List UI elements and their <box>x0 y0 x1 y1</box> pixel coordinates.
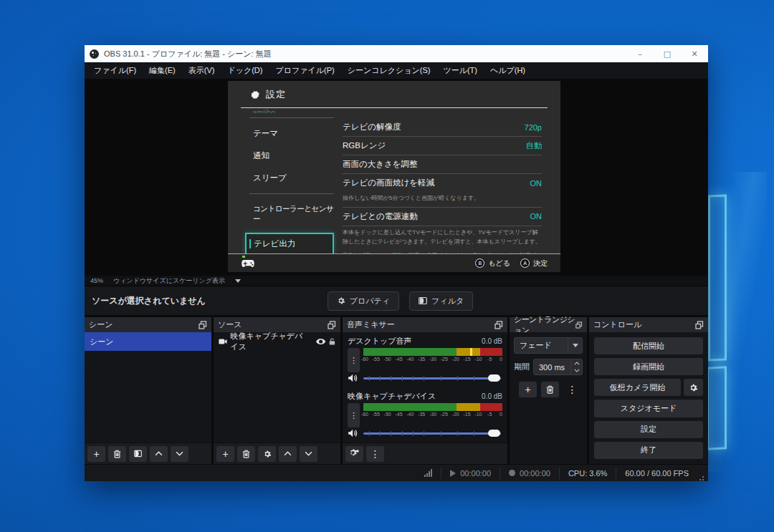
menu-tools[interactable]: ツール(T) <box>436 62 484 79</box>
trash-icon <box>242 450 250 458</box>
resize-grip[interactable] <box>699 474 706 481</box>
settings-button[interactable]: 設定 <box>594 421 703 438</box>
sidebar-item-theme[interactable]: テーマ <box>249 122 334 145</box>
lock-icon[interactable] <box>329 337 335 346</box>
move-scene-up-button[interactable] <box>150 446 168 462</box>
minimize-button[interactable]: – <box>626 45 654 62</box>
spin-up-button[interactable] <box>571 359 582 367</box>
virtual-camera-settings-button[interactable] <box>684 379 703 396</box>
menu-edit[interactable]: 編集(E) <box>143 62 182 79</box>
float-dock-icon[interactable] <box>494 321 503 329</box>
menu-view[interactable]: 表示(V) <box>182 62 221 79</box>
remove-transition-button[interactable] <box>541 382 559 397</box>
menu-help[interactable]: ヘルプ(H) <box>484 62 532 79</box>
source-properties-button[interactable] <box>258 446 276 462</box>
advanced-audio-properties-button[interactable] <box>345 446 363 462</box>
source-list-item[interactable]: 映像キャプチャデバイス <box>214 332 340 351</box>
move-source-down-button[interactable] <box>300 446 317 462</box>
menu-file[interactable]: ファイル(F) <box>87 62 143 79</box>
float-dock-icon[interactable] <box>199 321 207 329</box>
channel-menu-button[interactable]: ⋮ <box>348 403 360 427</box>
close-button[interactable]: ✕ <box>681 45 708 62</box>
speaker-icon[interactable] <box>348 429 359 437</box>
float-dock-icon[interactable] <box>575 321 583 329</box>
controls-dock: コントロール 配信開始 録画開始 仮想カメラ開始 スタジオモード 設定 終了 <box>589 317 708 464</box>
setting-row-tv-power-link[interactable]: テレビとの電源連動 ON <box>343 208 542 226</box>
transitions-dock-header[interactable]: シーントランジション <box>510 317 587 332</box>
studio-mode-button[interactable]: スタジオモード <box>594 400 703 417</box>
setting-row-resolution[interactable]: テレビの解像度 720p <box>343 118 542 136</box>
visibility-eye-icon[interactable] <box>316 338 325 345</box>
add-transition-button[interactable]: + <box>519 382 537 397</box>
stream-icon <box>450 470 456 477</box>
start-recording-button[interactable]: 録画開始 <box>594 358 703 375</box>
sidebar-item-notifications[interactable]: 通知 <box>249 145 334 167</box>
volume-meter <box>363 403 502 411</box>
camera-icon <box>219 338 227 345</box>
sidebar-divider <box>249 193 334 194</box>
channel-menu-button[interactable]: ⋮ <box>348 348 360 372</box>
maximize-button[interactable]: □ <box>654 45 681 62</box>
volume-slider[interactable] <box>363 373 501 383</box>
gear-icon <box>689 383 698 392</box>
setting-row-screen-size[interactable]: 画面の大きさを調整 <box>343 155 542 173</box>
setting-row-rgb-range[interactable]: RGBレンジ 自動 <box>343 137 542 155</box>
sources-dock-header[interactable]: ソース <box>214 317 340 332</box>
switch-settings-header: 設定 <box>228 81 560 108</box>
add-source-button[interactable]: + <box>216 446 234 462</box>
scenes-dock: シーン シーン + <box>85 317 211 464</box>
menu-profile[interactable]: プロファイル(P) <box>269 62 340 79</box>
signal-bars-icon <box>424 469 432 477</box>
mixer-dock-header[interactable]: 音声ミキサー <box>343 317 507 332</box>
preview-scaling-bar[interactable]: 45% ウィンドウサイズにスケーリング表示 <box>85 276 708 286</box>
float-dock-icon[interactable] <box>695 321 704 329</box>
sidebar-item-tv-output-selected[interactable]: テレビ出力 <box>245 233 334 253</box>
transition-duration-spinbox[interactable]: 300 ms <box>533 359 583 375</box>
chevron-down-icon[interactable] <box>235 279 241 283</box>
filters-button[interactable]: フィルタ <box>409 291 473 311</box>
obs-main-window: OBS 31.0.1 - プロファイル: 無題 - シーン: 無題 – □ ✕ … <box>85 45 708 481</box>
mixer-toolbar: ⋮ <box>343 442 507 464</box>
add-scene-button[interactable]: + <box>87 446 105 462</box>
windows-desktop: OBS 31.0.1 - プロファイル: 無題 - シーン: 無題 – □ ✕ … <box>0 0 774 532</box>
start-streaming-button[interactable]: 配信開始 <box>594 337 703 354</box>
transition-properties-button[interactable]: ⋮ <box>563 382 581 397</box>
scenes-dock-header[interactable]: シーン <box>85 317 211 332</box>
transitions-body: フェード 期間 300 ms <box>510 332 587 464</box>
chevron-up-icon <box>284 451 292 456</box>
mixer-menu-button[interactable]: ⋮ <box>366 446 384 462</box>
slider-handle[interactable] <box>488 430 500 437</box>
source-list[interactable]: 映像キャプチャデバイス <box>214 332 340 442</box>
preview-canvas[interactable]: 設定 amiibo テーマ 通知 スリープ コントローラーとセンサー テレビ出力… <box>85 79 708 276</box>
sources-dock: ソース 映像キャプチャデバイス + <box>214 317 340 464</box>
transition-select[interactable]: フェード <box>514 337 583 354</box>
obs-logo-icon <box>90 49 99 59</box>
menu-docks[interactable]: ドック(D) <box>221 62 269 79</box>
record-icon <box>509 470 515 476</box>
spin-down-button[interactable] <box>571 367 582 375</box>
scene-list[interactable]: シーン <box>85 332 211 442</box>
volume-slider[interactable] <box>363 428 501 438</box>
tv-power-link-description: 本体をドックに差し込んでTVモードにしたときや、TVモードでスリープ解除したとき… <box>343 226 542 251</box>
exit-button[interactable]: 終了 <box>594 442 703 459</box>
sidebar-item-amiibo[interactable]: amiibo <box>252 108 334 113</box>
remove-scene-button[interactable] <box>108 446 126 462</box>
speaker-icon[interactable] <box>348 374 359 382</box>
controls-dock-header[interactable]: コントロール <box>589 317 708 332</box>
sidebar-item-sleep[interactable]: スリープ <box>249 167 334 189</box>
scene-list-item[interactable]: シーン <box>85 332 211 351</box>
start-virtual-camera-button[interactable]: 仮想カメラ開始 <box>594 379 681 396</box>
move-scene-down-button[interactable] <box>171 446 188 462</box>
slider-handle[interactable] <box>488 374 500 382</box>
move-source-up-button[interactable] <box>279 446 297 462</box>
setting-row-burn-in[interactable]: テレビの画面焼けを軽減 ON <box>343 174 542 192</box>
properties-button[interactable]: プロパティ <box>328 291 399 311</box>
sidebar-item-controllers[interactable]: コントローラーとセンサー <box>249 198 334 230</box>
float-dock-icon[interactable] <box>328 321 336 329</box>
menu-scene-collection[interactable]: シーンコレクション(S) <box>341 62 437 79</box>
volume-db-label: 0.0 dB <box>482 337 502 345</box>
chevron-up-icon <box>155 451 163 456</box>
title-bar[interactable]: OBS 31.0.1 - プロファイル: 無題 - シーン: 無題 – □ ✕ <box>85 45 708 62</box>
scene-filters-button[interactable] <box>129 446 147 462</box>
remove-source-button[interactable] <box>237 446 255 462</box>
